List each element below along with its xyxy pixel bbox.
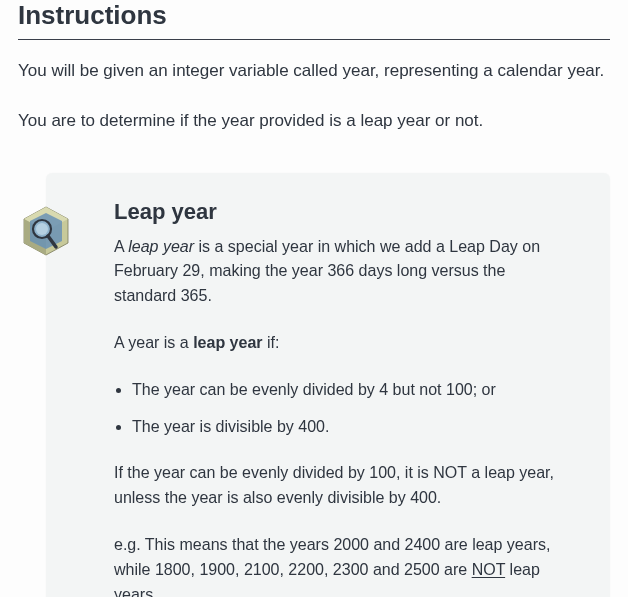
callout-title: Leap year bbox=[114, 199, 570, 225]
def-term: leap year bbox=[128, 238, 194, 255]
list-item: The year can be evenly divided by 4 but … bbox=[132, 378, 570, 403]
cond-pre: A year is a bbox=[114, 334, 193, 351]
intro-paragraph-2: You are to determine if the year provide… bbox=[18, 108, 610, 134]
svg-point-5 bbox=[36, 223, 48, 235]
callout-definition: A leap year is a special year in which w… bbox=[114, 235, 570, 309]
def-pre: A bbox=[114, 238, 128, 255]
cond-post: if: bbox=[263, 334, 280, 351]
example-not: NOT bbox=[472, 561, 505, 578]
intro-paragraph-1: You will be given an integer variable ca… bbox=[18, 58, 610, 84]
callout-rule-100: If the year can be evenly divided by 100… bbox=[114, 461, 570, 511]
magnifier-icon bbox=[18, 203, 74, 259]
callout-condition-intro: A year is a leap year if: bbox=[114, 331, 570, 356]
section-title: Instructions bbox=[18, 0, 610, 40]
cond-term: leap year bbox=[193, 334, 262, 351]
callout-example: e.g. This means that the years 2000 and … bbox=[114, 533, 570, 597]
callout-bullet-list: The year can be evenly divided by 4 but … bbox=[132, 378, 570, 440]
list-item: The year is divisible by 400. bbox=[132, 415, 570, 440]
callout-box: Leap year A leap year is a special year … bbox=[46, 173, 610, 597]
callout-container: Leap year A leap year is a special year … bbox=[46, 173, 610, 597]
